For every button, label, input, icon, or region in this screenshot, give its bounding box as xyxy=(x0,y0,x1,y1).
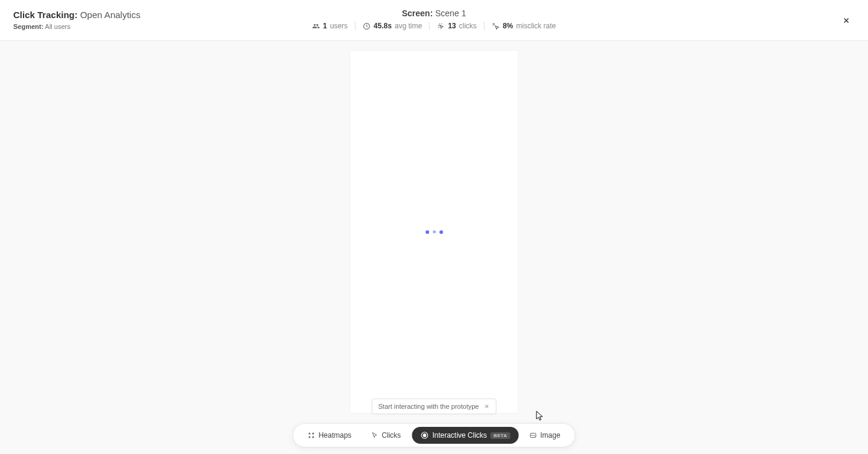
loading-dot xyxy=(433,230,436,233)
stat-users-label: users xyxy=(330,22,347,30)
page-title: Click Tracking: Open Analytics xyxy=(13,10,140,20)
tooltip-close-button[interactable] xyxy=(483,403,489,409)
svg-point-1 xyxy=(309,433,310,435)
heatmaps-label: Heatmaps xyxy=(318,431,351,440)
screen-value: Scene 1 xyxy=(435,8,466,18)
svg-point-2 xyxy=(312,433,314,435)
segment-row: Segment: All users xyxy=(13,23,140,30)
clicks-button[interactable]: Clicks xyxy=(362,427,409,444)
stat-misclick: 8% misclick rate xyxy=(492,22,556,30)
stat-clicks-value: 13 xyxy=(448,22,456,30)
screen-label: Screen: xyxy=(402,8,433,18)
stat-misclick-label: misclick rate xyxy=(516,22,556,30)
view-mode-toolbar: Heatmaps Clicks Interactive Clicks BETA … xyxy=(293,424,574,447)
segment-label: Segment: xyxy=(13,23,43,30)
stat-divider xyxy=(484,22,485,30)
stat-avgtime-value: 45.8s xyxy=(374,22,392,30)
heatmaps-button[interactable]: Heatmaps xyxy=(299,427,360,444)
header-center: Screen: Scene 1 1 users 45.8s avg time xyxy=(312,8,556,30)
screen-row: Screen: Scene 1 xyxy=(312,8,556,18)
header-left: Click Tracking: Open Analytics Segment: … xyxy=(13,10,140,30)
interactive-clicks-button[interactable]: Interactive Clicks BETA xyxy=(412,427,518,444)
stat-users-value: 1 xyxy=(323,22,327,30)
stat-users: 1 users xyxy=(312,22,348,30)
loading-dot xyxy=(439,230,443,234)
svg-point-3 xyxy=(309,437,310,438)
stat-divider xyxy=(355,22,356,30)
svg-point-6 xyxy=(423,434,426,437)
stat-clicks: 13 clicks xyxy=(437,22,477,30)
interactive-clicks-label: Interactive Clicks xyxy=(432,431,487,440)
beta-badge: BETA xyxy=(491,432,510,439)
target-icon xyxy=(420,431,429,440)
segment-value[interactable]: All users xyxy=(45,23,71,30)
stat-misclick-value: 8% xyxy=(503,22,513,30)
image-button[interactable]: Image xyxy=(521,427,568,444)
title-value: Open Analytics xyxy=(80,10,140,20)
prototype-frame[interactable] xyxy=(350,51,518,413)
close-button[interactable] xyxy=(841,16,851,25)
stats-row: 1 users 45.8s avg time 13 clicks xyxy=(312,22,556,30)
stat-clicks-label: clicks xyxy=(459,22,477,30)
stat-avgtime-label: avg time xyxy=(395,22,422,30)
image-label: Image xyxy=(540,431,560,440)
tooltip-text: Start interacting with the prototype xyxy=(379,403,479,410)
stat-divider xyxy=(429,22,430,30)
svg-point-4 xyxy=(312,437,314,438)
heatmap-icon xyxy=(307,432,315,439)
loading-dot xyxy=(426,230,429,234)
stat-avgtime: 45.8s avg time xyxy=(363,22,422,30)
clicks-label: Clicks xyxy=(382,431,401,440)
cursor-x-icon xyxy=(492,22,500,30)
title-label: Click Tracking: xyxy=(13,10,78,20)
cursor-icon xyxy=(371,432,378,439)
users-icon xyxy=(312,22,320,30)
header: Click Tracking: Open Analytics Segment: … xyxy=(0,0,868,41)
cursor-click-icon xyxy=(437,22,445,30)
loading-indicator xyxy=(426,230,443,234)
image-icon xyxy=(529,432,536,439)
clock-icon xyxy=(363,22,371,30)
main-canvas xyxy=(0,41,868,454)
interaction-tooltip: Start interacting with the prototype xyxy=(372,399,497,414)
